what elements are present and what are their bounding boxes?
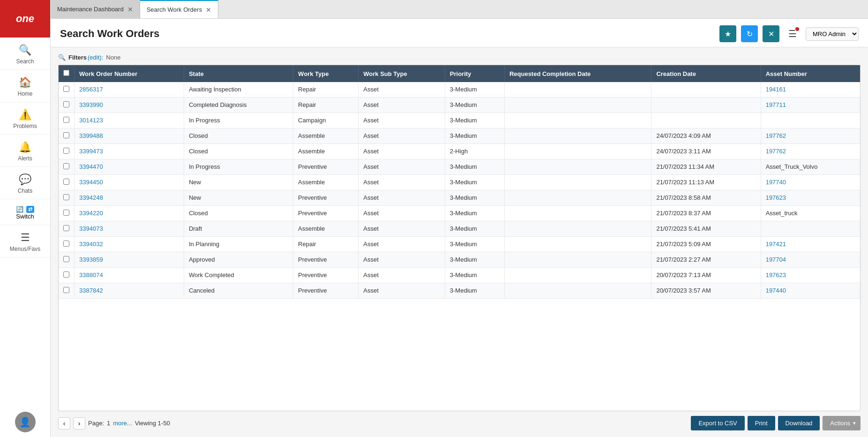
asset-number-link[interactable]: 197740	[766, 179, 786, 186]
print-button[interactable]: Print	[748, 416, 775, 430]
asset-number-link[interactable]: 197623	[766, 271, 786, 279]
row-asset-number: 197623	[761, 268, 860, 283]
wo-number-link[interactable]: 3394032	[79, 241, 103, 248]
row-checkbox[interactable]	[63, 271, 69, 278]
row-checkbox[interactable]	[63, 225, 69, 231]
search-icon: 🔍	[19, 44, 31, 56]
filter-icon: 🔍	[58, 54, 66, 61]
wo-number-link[interactable]: 3387842	[79, 287, 103, 294]
wo-number-link[interactable]: 3394073	[79, 225, 103, 232]
wo-number-link[interactable]: 3014123	[79, 117, 103, 124]
row-checkbox-cell	[59, 190, 75, 206]
row-checkbox[interactable]	[63, 179, 69, 185]
row-wo-number: 3388074	[75, 268, 184, 283]
row-work-type: Assemble	[293, 221, 359, 237]
export-csv-button[interactable]: Export to CSV	[691, 416, 744, 430]
row-req-completion	[504, 175, 651, 190]
wo-number-link[interactable]: 3399473	[79, 148, 103, 155]
row-asset-number: 197711	[761, 98, 860, 113]
row-req-completion	[504, 283, 651, 299]
tab-maintenance-dashboard[interactable]: Maintenance Dashboard ✕	[51, 0, 140, 18]
tab-label-maintenance: Maintenance Dashboard	[57, 6, 124, 13]
sidebar-item-alerts[interactable]: 🔔 Alerts	[0, 135, 50, 167]
sidebar-item-menus[interactable]: ☰ Menus/Favs	[0, 225, 50, 257]
sidebar-item-chats[interactable]: 💬 Chats	[0, 167, 50, 199]
row-priority: 3-Medium	[445, 190, 504, 206]
asset-number-link[interactable]: 197762	[766, 148, 786, 155]
download-button[interactable]: Download	[778, 416, 820, 430]
asset-number-link[interactable]: 197440	[766, 287, 786, 294]
wo-number-link[interactable]: 3388074	[79, 271, 103, 279]
star-button[interactable]: ★	[719, 25, 736, 42]
row-checkbox[interactable]	[63, 194, 69, 200]
row-checkbox[interactable]	[63, 256, 69, 262]
asset-number-link: Asset_truck	[766, 210, 798, 217]
prev-page-button[interactable]: ‹	[58, 417, 70, 429]
tab-close-maintenance[interactable]: ✕	[127, 6, 133, 13]
wo-number-link[interactable]: 2856317	[79, 86, 103, 93]
row-state: Draft	[184, 221, 293, 237]
table-row: 3394073 Draft Assemble Asset 3-Medium 21…	[59, 221, 860, 237]
row-work-sub-type: Asset	[359, 206, 445, 221]
menu-button[interactable]: ☰	[784, 25, 801, 42]
row-creation-date: 24/07/2023 3:11 AM	[651, 144, 761, 159]
next-page-button[interactable]: ›	[73, 417, 85, 429]
tab-close-search[interactable]: ✕	[206, 7, 211, 13]
wo-number-link[interactable]: 3393990	[79, 101, 103, 108]
avatar[interactable]: 👤	[15, 412, 36, 432]
refresh-button[interactable]: ↻	[741, 25, 758, 42]
row-checkbox[interactable]	[63, 148, 69, 154]
row-checkbox[interactable]	[63, 241, 69, 247]
row-checkbox[interactable]	[63, 86, 69, 92]
row-checkbox[interactable]	[63, 132, 69, 138]
table-row: 3393990 Completed Diagnosis Repair Asset…	[59, 98, 860, 113]
row-work-sub-type: Asset	[359, 82, 445, 98]
sidebar-label-switch: Switch	[16, 213, 34, 220]
filters-edit[interactable]: (edit):	[88, 54, 103, 61]
wo-number-link[interactable]: 3394220	[79, 210, 103, 217]
row-checkbox[interactable]	[63, 287, 69, 293]
switch-icon-row: 🔄 ⇄	[16, 206, 34, 213]
asset-number-link[interactable]: 194161	[766, 86, 786, 93]
row-checkbox[interactable]	[63, 163, 69, 169]
actions-button[interactable]: Actions ▾	[823, 416, 861, 430]
row-state: Work Completed	[184, 268, 293, 283]
wo-number-link[interactable]: 3393859	[79, 256, 103, 263]
asset-number-link[interactable]: 197711	[766, 101, 786, 108]
wo-number-link[interactable]: 3394450	[79, 179, 103, 186]
asset-number-link[interactable]: 197704	[766, 256, 786, 263]
app-logo[interactable]: one	[0, 0, 51, 38]
sidebar-item-problems[interactable]: ⚠️ Problems	[0, 102, 50, 135]
row-work-type: Assemble	[293, 128, 359, 144]
row-checkbox[interactable]	[63, 101, 69, 107]
row-wo-number: 3394032	[75, 237, 184, 252]
asset-number-link[interactable]: 197762	[766, 132, 786, 139]
row-checkbox[interactable]	[63, 210, 69, 216]
row-wo-number: 3399473	[75, 144, 184, 159]
wo-number-link[interactable]: 3394248	[79, 194, 103, 201]
row-wo-number: 3394450	[75, 175, 184, 190]
sidebar-item-switch[interactable]: 🔄 ⇄ Switch	[0, 199, 50, 225]
table-scroll[interactable]: Work Order Number State Work Type Work S…	[59, 65, 860, 411]
user-select[interactable]: MRO Admin	[806, 27, 859, 41]
sidebar-label-search: Search	[16, 58, 34, 65]
row-priority: 3-Medium	[445, 268, 504, 283]
wo-number-link[interactable]: 3399488	[79, 132, 103, 139]
row-req-completion	[504, 206, 651, 221]
row-creation-date: 21/07/2023 5:09 AM	[651, 237, 761, 252]
wo-number-link[interactable]: 3394470	[79, 163, 103, 170]
sidebar-item-home[interactable]: 🏠 Home	[0, 70, 50, 102]
more-pages[interactable]: more...	[113, 420, 132, 427]
row-priority: 3-Medium	[445, 113, 504, 128]
table-row: 2856317 Awaiting Inspection Repair Asset…	[59, 82, 860, 98]
asset-number-link[interactable]: 197421	[766, 241, 786, 248]
select-all-checkbox[interactable]	[63, 70, 69, 76]
row-checkbox[interactable]	[63, 117, 69, 123]
close-button[interactable]: ✕	[763, 25, 779, 42]
row-creation-date: 21/07/2023 11:34 AM	[651, 159, 761, 175]
chat-icon: 💬	[19, 173, 31, 186]
row-state: Closed	[184, 128, 293, 144]
tab-search-work-orders[interactable]: Search Work Orders ✕	[140, 0, 218, 18]
asset-number-link[interactable]: 197623	[766, 194, 786, 201]
sidebar-item-search[interactable]: 🔍 Search	[0, 38, 50, 70]
